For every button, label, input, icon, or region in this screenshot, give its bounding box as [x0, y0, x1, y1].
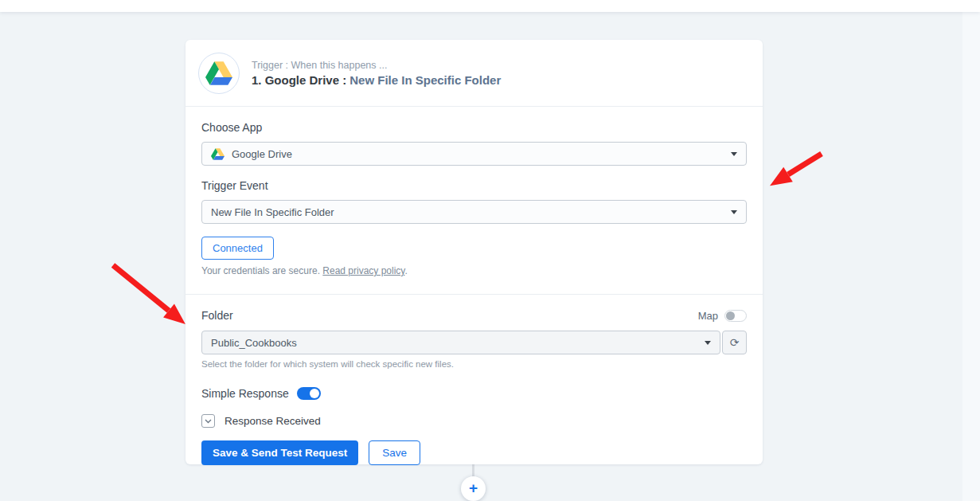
folder-input-row: Public_Cookbooks ⟳ — [201, 331, 747, 354]
map-toggle-group: Map — [698, 310, 747, 322]
trigger-event-dropdown[interactable]: New File In Specific Folder — [201, 200, 747, 224]
folder-label-row: Folder Map — [201, 309, 747, 322]
step-number-app: 1. Google Drive : — [252, 73, 346, 87]
refresh-folders-button[interactable]: ⟳ — [722, 331, 747, 354]
caret-down-icon — [731, 152, 737, 156]
right-edge-panel — [962, 12, 980, 501]
action-buttons-row: Save & Send Test Request Save — [201, 440, 747, 465]
step-event-name: New File In Specific Folder — [349, 73, 501, 87]
folder-label: Folder — [201, 309, 233, 322]
connected-button[interactable]: Connected — [201, 237, 274, 260]
app-config-section: Choose App Google Drive Trigger Event Ne… — [185, 107, 763, 294]
google-drive-logo-icon — [205, 61, 232, 85]
app-avatar — [198, 53, 240, 94]
save-send-test-request-button[interactable]: Save & Send Test Request — [201, 440, 358, 465]
trigger-header-text: Trigger : When this happens ... 1. Googl… — [252, 60, 501, 87]
add-step-button[interactable]: + — [461, 476, 486, 501]
response-received-label: Response Received — [225, 415, 321, 427]
folder-config-section: Folder Map Public_Cookbooks ⟳ Select the… — [185, 295, 763, 465]
top-navigation-bar — [0, 0, 980, 12]
chevron-down-icon — [205, 419, 212, 424]
trigger-event-label: Trigger Event — [201, 179, 747, 192]
credentials-text: Your credentials are secure. — [201, 265, 320, 276]
map-toggle[interactable] — [724, 310, 747, 322]
red-arrow-to-folder — [113, 265, 169, 311]
choose-app-dropdown[interactable]: Google Drive — [201, 142, 747, 166]
step-title: 1. Google Drive :New File In Specific Fo… — [252, 73, 501, 87]
folder-helper-text: Select the folder for which system will … — [201, 359, 747, 369]
simple-response-label: Simple Response — [201, 387, 289, 400]
simple-response-row: Simple Response — [201, 387, 747, 400]
folder-dropdown[interactable]: Public_Cookbooks — [201, 331, 720, 354]
save-button[interactable]: Save — [369, 440, 420, 465]
choose-app-value: Google Drive — [232, 148, 292, 160]
credentials-period: . — [404, 265, 407, 276]
toggle-knob — [310, 389, 319, 398]
google-drive-icon — [211, 148, 225, 160]
workflow-editor-page: + Trigger : When this happens ... 1. Goo… — [0, 0, 980, 501]
collapse-response-button[interactable] — [201, 414, 215, 428]
plus-icon: + — [469, 480, 478, 495]
refresh-icon: ⟳ — [730, 337, 740, 348]
credentials-note: Your credentials are secure. Read privac… — [201, 265, 747, 294]
caret-down-icon — [731, 210, 737, 214]
simple-response-toggle[interactable] — [297, 387, 321, 400]
privacy-policy-link[interactable]: Read privacy policy — [322, 265, 404, 276]
response-received-row: Response Received — [201, 414, 747, 428]
map-label: Map — [698, 310, 718, 322]
trigger-kicker: Trigger : When this happens ... — [252, 60, 501, 71]
trigger-card-header: Trigger : When this happens ... 1. Googl… — [185, 40, 763, 106]
red-arrow-to-card — [788, 154, 822, 174]
choose-app-label: Choose App — [201, 121, 747, 134]
trigger-step-card: Trigger : When this happens ... 1. Googl… — [185, 40, 763, 464]
caret-down-icon — [705, 341, 711, 345]
folder-value: Public_Cookbooks — [211, 337, 297, 349]
toggle-knob — [726, 311, 735, 320]
trigger-event-value: New File In Specific Folder — [211, 206, 334, 218]
